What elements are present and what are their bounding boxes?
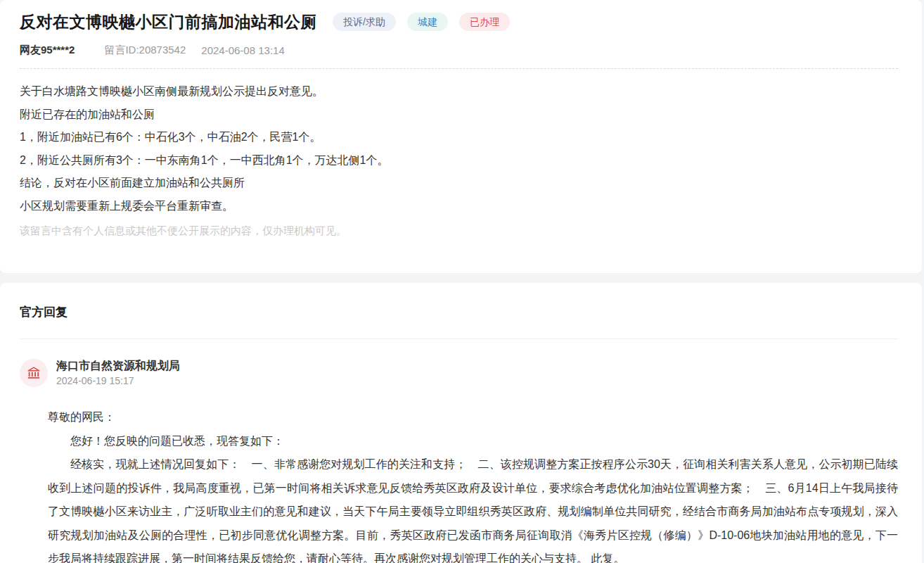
reply-salutation: 尊敬的网民： — [48, 405, 898, 429]
body-paragraph: 关于白水塘路文博映樾小区南侧最新规划公示提出反对意见。 — [20, 80, 898, 103]
reply-head: 海口市自然资源和规划局 2024-06-19 15:17 — [20, 359, 898, 387]
post-meta: 网友95****2 留言ID:20873542 2024-06-08 13:14 — [20, 44, 898, 69]
agency-info: 海口市自然资源和规划局 2024-06-19 15:17 — [56, 359, 180, 386]
reply-body: 经核实，现就上述情况回复如下： 一、非常感谢您对规划工作的关注和支持； 二、该控… — [48, 453, 898, 563]
post-date: 2024-06-08 13:14 — [201, 44, 284, 56]
message-id: 留言ID:20873542 — [104, 44, 186, 57]
reply-card: 官方回复 海口市自然资源和规划局 2024-06-19 15:17 — [0, 283, 922, 563]
reply-date: 2024-06-19 15:17 — [56, 375, 180, 386]
body-paragraph: 小区规划需要重新上规委会平台重新审查。 — [20, 195, 898, 218]
tag-type-badge: 投诉/求助 — [333, 13, 396, 31]
section-gap — [0, 273, 924, 283]
reply-content: 尊敬的网民： 您好！您反映的问题已收悉，现答复如下： 经核实，现就上述情况回复如… — [48, 405, 898, 563]
author-name: 网友95****2 — [20, 44, 75, 57]
privacy-note: 该留言中含有个人信息或其他不便公开展示的内容，仅办理机构可见。 — [20, 221, 898, 241]
body-paragraph: 2，附近公共厕所有3个：一中东南角1个，一中西北角1个，万达北侧1个。 — [20, 149, 898, 172]
section-divider — [20, 339, 898, 339]
post-card: 反对在文博映樾小区门前搞加油站和公厕 投诉/求助 城建 已办理 网友95****… — [0, 0, 922, 273]
agency-name: 海口市自然资源和规划局 — [56, 359, 180, 373]
post-body: 关于白水塘路文博映樾小区南侧最新规划公示提出反对意见。 附近已存在的加油站和公厕… — [20, 80, 898, 241]
reply-section-title: 官方回复 — [20, 304, 898, 320]
reply-item: 海口市自然资源和规划局 2024-06-19 15:17 尊敬的网民： 您好！您… — [20, 359, 898, 563]
tag-category-badge: 城建 — [407, 13, 448, 31]
body-paragraph: 结论，反对在小区前面建立加油站和公共厕所 — [20, 172, 898, 195]
post-title: 反对在文博映樾小区门前搞加油站和公厕 — [20, 11, 317, 32]
tag-status-badge: 已办理 — [459, 13, 510, 31]
post-tags: 投诉/求助 城建 已办理 — [333, 13, 510, 31]
government-building-icon — [26, 365, 41, 381]
agency-avatar — [20, 359, 48, 387]
post-header: 反对在文博映樾小区门前搞加油站和公厕 投诉/求助 城建 已办理 — [20, 11, 898, 32]
body-paragraph: 附近已存在的加油站和公厕 — [20, 103, 898, 127]
body-paragraph: 1，附近加油站已有6个：中石化3个，中石油2个，民营1个。 — [20, 126, 898, 149]
reply-intro: 您好！您反映的问题已收悉，现答复如下： — [48, 429, 898, 453]
